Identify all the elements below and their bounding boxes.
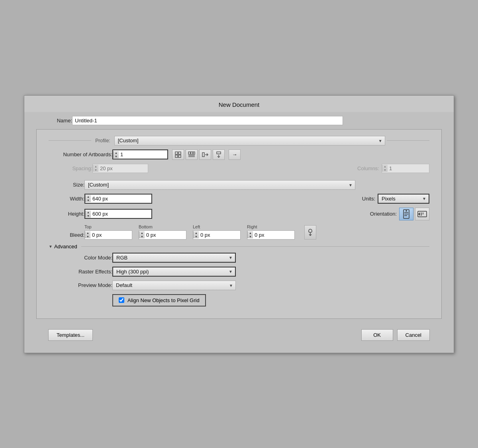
colormode-select[interactable]: RGB ▼ [112, 253, 236, 263]
svg-point-17 [406, 210, 407, 211]
bleed-right-label: Right [247, 224, 295, 229]
bleed-bottom-decrement[interactable]: ▼ [139, 235, 145, 238]
preview-select[interactable]: Default ▼ [112, 281, 236, 290]
bleed-right-spinner: ▲ ▼ 0 px [247, 230, 295, 240]
raster-row: Raster Effects: High (300 ppi) ▼ [49, 267, 429, 277]
size-arrow-icon: ▼ [349, 183, 353, 187]
name-row: Name: Untitled-1 [36, 116, 442, 125]
bleed-bottom-group: Bottom ▲ ▼ 0 px [139, 224, 186, 240]
name-label: Name: [36, 118, 72, 124]
arrange-row-icon[interactable] [186, 149, 198, 160]
units-label: Units: [362, 196, 375, 202]
artboards-decrement[interactable]: ▼ [114, 155, 119, 158]
advanced-divider: ▼ Advanced [49, 244, 429, 250]
align-checkbox-container: Align New Objects to Pixel Grid [112, 294, 206, 307]
preview-row: Preview Mode: Default ▼ [49, 281, 429, 290]
cancel-button[interactable]: Cancel [397, 329, 430, 341]
bleed-bottom-spinner: ▲ ▼ 0 px [139, 230, 186, 240]
size-row: Size: [Custom] ▼ [49, 180, 429, 190]
profile-select[interactable]: [Custom] ▼ [114, 136, 385, 145]
align-checkbox[interactable] [119, 297, 124, 303]
svg-rect-6 [193, 152, 195, 154]
units-value: Pixels [382, 196, 396, 202]
portrait-btn[interactable] [399, 208, 413, 220]
name-input[interactable]: Untitled-1 [72, 116, 343, 125]
orientation-buttons [399, 208, 429, 220]
bleed-left-spinner: ▲ ▼ 0 px [193, 230, 241, 240]
artboard-arrangement-icons [172, 149, 225, 160]
footer-right-buttons: OK Cancel [361, 329, 430, 341]
width-input[interactable]: 640 px [91, 195, 143, 203]
bleed-right-increment[interactable]: ▲ [248, 231, 253, 235]
artboards-spinner-btns[interactable]: ▲ ▼ [113, 151, 119, 158]
height-input[interactable]: 600 px [91, 210, 143, 218]
bleed-right-input[interactable]: 0 px [253, 231, 287, 239]
height-orientation-row: Height: ▲ ▼ 600 px Orientation: [49, 208, 429, 220]
size-value: [Custom] [88, 182, 109, 188]
bleed-row: Bleed: Top ▲ ▼ 0 px Bottom [49, 224, 429, 240]
arrange-grid-icon[interactable] [172, 149, 184, 160]
bleed-left-label: Left [193, 224, 241, 229]
raster-select[interactable]: High (300 ppi) ▼ [112, 267, 236, 277]
spacing-spinner: ▲ ▼ 20 px [92, 164, 148, 173]
bleed-left-group: Left ▲ ▼ 0 px [193, 224, 241, 240]
svg-rect-2 [175, 155, 178, 157]
bleed-left-increment[interactable]: ▲ [194, 231, 199, 235]
raster-label: Raster Effects: [49, 269, 112, 275]
dialog-body: Name: Untitled-1 Profile: [Custom] ▼ Num… [24, 112, 454, 345]
width-decrement[interactable]: ▼ [86, 198, 91, 202]
arrange-top-to-bottom-icon[interactable] [213, 149, 225, 160]
colormode-row: Color Mode: RGB ▼ [49, 253, 429, 263]
bleed-left-decrement[interactable]: ▼ [194, 235, 199, 238]
svg-rect-0 [175, 152, 178, 154]
spacing-input[interactable]: 20 px [98, 164, 138, 173]
spacing-decrement[interactable]: ▼ [93, 168, 98, 172]
bleed-top-input[interactable]: 0 px [90, 231, 124, 239]
height-section: Height: ▲ ▼ 600 px [49, 209, 370, 219]
align-label[interactable]: Align New Objects to Pixel Grid [127, 297, 200, 303]
svg-rect-11 [217, 152, 221, 154]
artboards-increment[interactable]: ▲ [114, 151, 119, 155]
columns-label: Columns: [357, 165, 382, 171]
main-panel: Profile: [Custom] ▼ Number of Artboards:… [36, 129, 442, 319]
preview-value: Default [116, 282, 132, 288]
svg-rect-9 [202, 153, 204, 157]
artboards-input[interactable]: 1 [119, 150, 159, 159]
bleed-inputs: Top ▲ ▼ 0 px Bottom [84, 224, 316, 240]
svg-rect-1 [178, 152, 181, 154]
bleed-left-input[interactable]: 0 px [199, 231, 233, 239]
spacing-columns-row: Spacing: ▲ ▼ 20 px Columns: ▲ ▼ 1 [49, 164, 429, 173]
bleed-right-decrement[interactable]: ▼ [248, 235, 253, 238]
bleed-bottom-input[interactable]: 0 px [145, 231, 178, 239]
svg-rect-5 [191, 152, 193, 154]
columns-increment[interactable]: ▲ [382, 165, 388, 168]
height-spinner: ▲ ▼ 600 px [84, 209, 152, 219]
bleed-top-label: Top [84, 224, 132, 229]
height-increment[interactable]: ▲ [86, 210, 91, 214]
columns-input[interactable]: 1 [388, 164, 419, 173]
width-units-row: Width: ▲ ▼ 640 px Units: Pixels ▼ [49, 194, 429, 204]
bleed-top-decrement[interactable]: ▼ [85, 235, 90, 238]
templates-button[interactable]: Templates... [48, 329, 93, 341]
bleed-link-btn[interactable] [304, 225, 316, 240]
profile-value: [Custom] [118, 138, 139, 143]
artboards-arrow-btn[interactable]: → [229, 149, 241, 160]
spacing-increment[interactable]: ▲ [93, 165, 98, 168]
artboards-row: Number of Artboards: ▲ ▼ 1 [49, 149, 429, 160]
width-increment[interactable]: ▲ [86, 195, 91, 198]
width-section: Width: ▲ ▼ 640 px [49, 194, 362, 204]
dialog-title: New Document [24, 96, 454, 112]
height-decrement[interactable]: ▼ [86, 214, 91, 218]
ok-button[interactable]: OK [361, 329, 393, 341]
advanced-triangle-icon[interactable]: ▼ [49, 244, 53, 249]
units-select[interactable]: Pixels ▼ [378, 194, 429, 204]
columns-decrement[interactable]: ▼ [382, 168, 388, 172]
bleed-bottom-increment[interactable]: ▲ [139, 231, 145, 235]
dialog-footer: Templates... OK Cancel [36, 325, 442, 341]
landscape-btn[interactable] [415, 208, 429, 220]
arrange-left-to-right-icon[interactable] [199, 149, 211, 160]
size-select[interactable]: [Custom] ▼ [84, 180, 355, 190]
orientation-label: Orientation: [370, 211, 397, 217]
align-row: Align New Objects to Pixel Grid [49, 294, 429, 307]
bleed-top-increment[interactable]: ▲ [85, 231, 90, 235]
